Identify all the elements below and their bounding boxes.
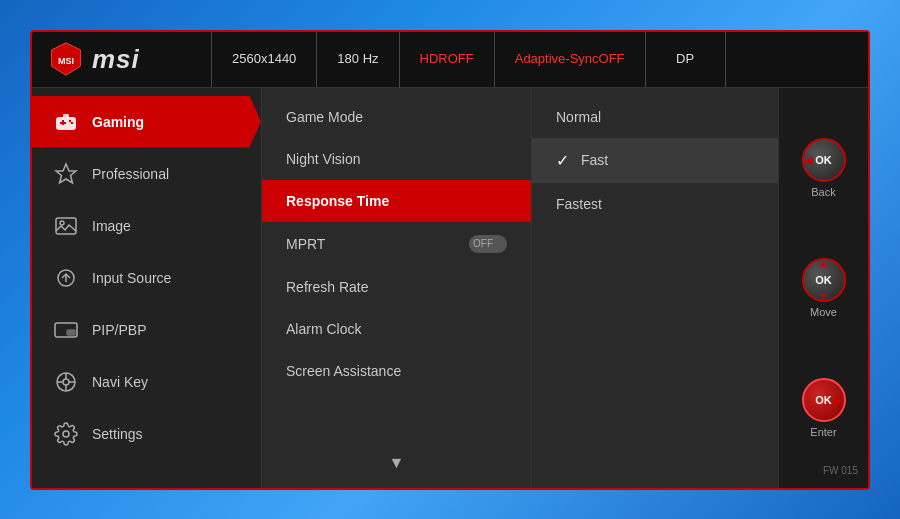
response-time-label: Response Time — [286, 193, 389, 209]
normal-label: Normal — [556, 109, 601, 125]
back-label: Back — [811, 186, 835, 198]
sidebar-settings-label: Settings — [92, 426, 143, 442]
middle-panel: Game Mode Night Vision Response Time MPR… — [262, 88, 532, 488]
gaming-icon — [52, 108, 80, 136]
fast-checkmark: ✓ — [556, 151, 569, 170]
sidebar-item-professional[interactable]: Professional — [32, 148, 261, 200]
svg-rect-9 — [56, 218, 76, 234]
dragon-icon: MSI — [48, 41, 84, 77]
sidebar-navi-key-label: Navi Key — [92, 374, 148, 390]
svg-rect-7 — [63, 114, 69, 118]
middle-item-game-mode[interactable]: Game Mode — [262, 96, 531, 138]
right-item-normal[interactable]: Normal — [532, 96, 778, 138]
right-arrow-icon: ► — [832, 392, 846, 408]
sidebar-item-image[interactable]: Image — [32, 200, 261, 252]
controls-panel: OK ◄ Back OK ▲ ▼ Move OK ► Enter — [778, 88, 868, 488]
osd-header: MSI msi 2560x1440 180 Hz HDR OFF Adaptiv… — [32, 32, 868, 88]
middle-item-screen-assistance[interactable]: Screen Assistance — [262, 350, 531, 392]
middle-item-mprt[interactable]: MPRT OFF — [262, 222, 531, 266]
move-control[interactable]: OK ▲ ▼ Move — [802, 258, 846, 318]
move-ok-text: OK — [815, 274, 832, 286]
left-arrow-icon: ◄ — [802, 152, 816, 168]
header-input: DP — [646, 32, 726, 87]
sidebar-gaming-label: Gaming — [92, 114, 144, 130]
move-button-circle[interactable]: OK ▲ ▼ — [802, 258, 846, 302]
firmware-version: FW 015 — [823, 465, 858, 476]
svg-point-5 — [69, 119, 71, 121]
sidebar-pip-label: PIP/PBP — [92, 322, 146, 338]
back-button-circle[interactable]: OK ◄ — [802, 138, 846, 182]
sidebar-item-pip-pbp[interactable]: PIP/PBP — [32, 304, 261, 356]
sidebar-image-label: Image — [92, 218, 131, 234]
svg-point-10 — [60, 221, 64, 225]
down-arrow-icon: ▼ — [819, 291, 829, 302]
toggle-off-text: OFF — [473, 238, 493, 249]
input-source-icon — [52, 264, 80, 292]
back-control[interactable]: OK ◄ Back — [802, 138, 846, 198]
enter-label: Enter — [810, 426, 836, 438]
fast-label: Fast — [581, 152, 608, 168]
svg-point-6 — [71, 121, 73, 123]
svg-point-21 — [63, 431, 69, 437]
toggle-background: OFF — [469, 235, 507, 253]
settings-icon — [52, 420, 80, 448]
refresh-rate-label: Refresh Rate — [286, 279, 368, 295]
right-item-fast[interactable]: ✓ Fast — [532, 138, 778, 183]
svg-text:MSI: MSI — [58, 56, 74, 66]
msi-brand-text: msi — [92, 44, 140, 75]
sidebar-item-navi-key[interactable]: Navi Key — [32, 356, 261, 408]
header-hdr: HDR OFF — [400, 32, 495, 87]
enter-control[interactable]: OK ► Enter — [802, 378, 846, 438]
mprt-label: MPRT — [286, 236, 325, 252]
right-panel: Normal ✓ Fast Fastest — [532, 88, 778, 488]
svg-rect-14 — [67, 330, 75, 335]
up-arrow-icon: ▲ — [819, 258, 829, 269]
header-adaptive-sync: Adaptive-Sync OFF — [495, 32, 646, 87]
middle-item-alarm-clock[interactable]: Alarm Clock — [262, 308, 531, 350]
header-refresh-rate: 180 Hz — [317, 32, 399, 87]
image-icon — [52, 212, 80, 240]
sidebar-item-settings[interactable]: Settings — [32, 408, 261, 460]
game-mode-label: Game Mode — [286, 109, 363, 125]
header-info-bar: 2560x1440 180 Hz HDR OFF Adaptive-Sync O… — [212, 32, 868, 87]
sidebar-professional-label: Professional — [92, 166, 169, 182]
scroll-down-arrow[interactable]: ▼ — [262, 446, 531, 480]
main-content: Gaming Professional Im — [32, 88, 868, 488]
middle-item-refresh-rate[interactable]: Refresh Rate — [262, 266, 531, 308]
screen-assistance-label: Screen Assistance — [286, 363, 401, 379]
sidebar-item-input-source[interactable]: Input Source — [32, 252, 261, 304]
professional-icon — [52, 160, 80, 188]
pip-icon — [52, 316, 80, 344]
sidebar-input-source-label: Input Source — [92, 270, 171, 286]
back-ok-text: OK — [815, 154, 832, 166]
enter-button-circle[interactable]: OK ► — [802, 378, 846, 422]
header-resolution: 2560x1440 — [212, 32, 317, 87]
mprt-toggle[interactable]: OFF — [469, 235, 507, 253]
msi-logo: MSI msi — [32, 32, 212, 87]
night-vision-label: Night Vision — [286, 151, 360, 167]
middle-item-response-time[interactable]: Response Time — [262, 180, 531, 222]
middle-item-night-vision[interactable]: Night Vision — [262, 138, 531, 180]
alarm-clock-label: Alarm Clock — [286, 321, 361, 337]
enter-ok-text: OK — [815, 394, 832, 406]
navi-key-icon — [52, 368, 80, 396]
sidebar-item-gaming[interactable]: Gaming — [32, 96, 261, 148]
sidebar: Gaming Professional Im — [32, 88, 262, 488]
svg-marker-8 — [56, 164, 76, 183]
fastest-label: Fastest — [556, 196, 602, 212]
svg-rect-4 — [60, 122, 66, 124]
osd-overlay: MSI msi 2560x1440 180 Hz HDR OFF Adaptiv… — [30, 30, 870, 490]
move-label: Move — [810, 306, 837, 318]
svg-point-16 — [63, 379, 69, 385]
right-item-fastest[interactable]: Fastest — [532, 183, 778, 225]
